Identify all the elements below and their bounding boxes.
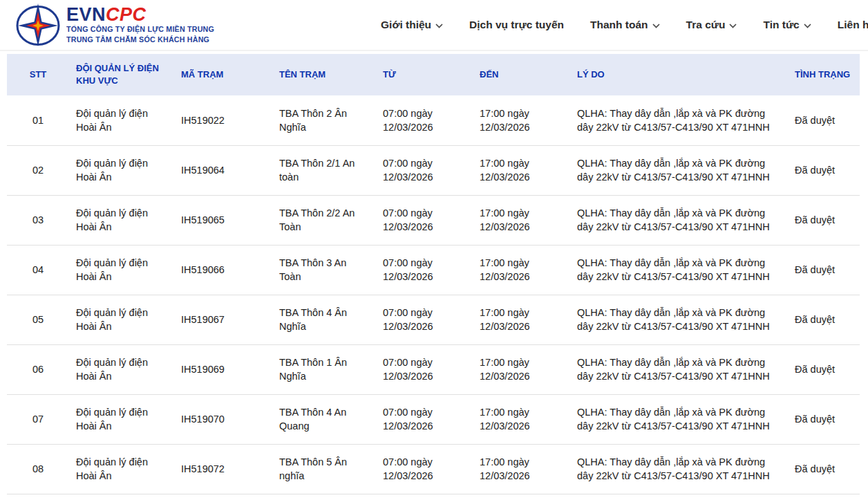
table-row: 07 Đội quản lý điện Hoài Ân IH519070 TBA… xyxy=(7,394,860,444)
cell-tinh-trang: Đã duyệt xyxy=(788,444,860,494)
chevron-down-icon xyxy=(804,24,811,28)
brand-evn: EVN xyxy=(66,4,106,25)
table-row: 08 Đội quản lý điện Hoài Ân IH519072 TBA… xyxy=(7,444,860,494)
cell-stt: 06 xyxy=(7,344,69,394)
cell-ma-tram: IH519022 xyxy=(174,95,272,145)
cell-tinh-trang: Đã duyệt xyxy=(788,95,860,145)
cell-ten-tram: TBA Thôn 1 Ân Nghĩa xyxy=(272,344,376,394)
cell-ten-tram: TBA Thôn 2/1 An toàn xyxy=(272,145,376,195)
main-nav: Giới thiệu Dịch vụ trực tuyến Thanh toán… xyxy=(381,19,868,31)
cell-ma-tram: IH519067 xyxy=(174,295,272,344)
table-row: 04 Đội quản lý điện Hoài Ân IH519066 TBA… xyxy=(7,245,860,295)
cell-den: 17:00 ngày 12/03/2026 xyxy=(473,195,570,245)
cell-tinh-trang: Đã duyệt xyxy=(788,145,860,195)
logo-subtitle-line1: TỔNG CÔNG TY ĐIỆN LỰC MIỀN TRUNG xyxy=(66,24,214,35)
evncpc-logo[interactable]: EVNCPC TỔNG CÔNG TY ĐIỆN LỰC MIỀN TRUNG … xyxy=(15,3,214,46)
nav-label: Liên hệ xyxy=(838,19,868,31)
nav-item-tin-tuc[interactable]: Tin tức xyxy=(763,19,811,31)
cell-den: 17:00 ngày 12/03/2026 xyxy=(473,444,570,494)
table-row: 05 Đội quản lý điện Hoài Ân IH519067 TBA… xyxy=(7,295,860,344)
column-header-tinh-trang: TÌNH TRẠNG xyxy=(788,54,860,95)
nav-item-lien-he[interactable]: Liên hệ xyxy=(838,19,868,31)
brand-cpc: CPC xyxy=(106,4,147,25)
outage-table-container: STT ĐỘI QUẢN LÝ ĐIỆN KHU VỰC MÃ TRẠM TÊN… xyxy=(7,54,860,494)
cell-stt: 07 xyxy=(7,394,69,444)
cell-ma-tram: IH519064 xyxy=(174,145,272,195)
column-header-tu: TỪ xyxy=(376,54,473,95)
cell-doi: Đội quản lý điện Hoài Ân xyxy=(69,344,174,394)
nav-item-tra-cuu[interactable]: Tra cứu xyxy=(686,19,737,31)
cell-tinh-trang: Đã duyệt xyxy=(788,195,860,245)
cell-tu: 07:00 ngày 12/03/2026 xyxy=(376,444,473,494)
cell-tu: 07:00 ngày 12/03/2026 xyxy=(376,245,473,295)
cell-tu: 07:00 ngày 12/03/2026 xyxy=(376,95,473,145)
cell-stt: 08 xyxy=(7,444,69,494)
cell-ma-tram: IH519070 xyxy=(174,394,272,444)
table-row: 03 Đội quản lý điện Hoài Ân IH519065 TBA… xyxy=(7,195,860,245)
table-row: 02 Đội quản lý điện Hoài Ân IH519064 TBA… xyxy=(7,145,860,195)
cell-tu: 07:00 ngày 12/03/2026 xyxy=(376,145,473,195)
cell-doi: Đội quản lý điện Hoài Ân xyxy=(69,295,174,344)
cell-ten-tram: TBA Thôn 4 Ân Nghĩa xyxy=(272,295,376,344)
cell-tinh-trang: Đã duyệt xyxy=(788,245,860,295)
cell-tu: 07:00 ngày 12/03/2026 xyxy=(376,295,473,344)
cell-ly-do: QLHA: Thay dây dẫn ,lắp xà và PK đường d… xyxy=(570,344,788,394)
logo-subtitle-line2: TRUNG TÂM CHĂM SÓC KHÁCH HÀNG xyxy=(66,35,214,45)
cell-ly-do: QLHA: Thay dây dẫn ,lắp xà và PK đường d… xyxy=(570,295,788,344)
cell-ma-tram: IH519066 xyxy=(174,245,272,295)
column-header-ly-do: LÝ DO xyxy=(570,54,788,95)
cell-tu: 07:00 ngày 12/03/2026 xyxy=(376,195,473,245)
cell-ly-do: QLHA: Thay dây dẫn ,lắp xà và PK đường d… xyxy=(570,145,788,195)
cell-doi: Đội quản lý điện Hoài Ân xyxy=(69,444,174,494)
nav-label: Thanh toán xyxy=(590,19,648,31)
column-header-den: ĐẾN xyxy=(473,54,570,95)
nav-item-dich-vu-truc-tuyen[interactable]: Dịch vụ trực tuyến xyxy=(469,19,564,31)
cell-ma-tram: IH519072 xyxy=(174,444,272,494)
chevron-down-icon xyxy=(729,24,737,28)
nav-label: Tin tức xyxy=(763,19,799,31)
chevron-down-icon xyxy=(652,24,660,28)
nav-item-thanh-toan[interactable]: Thanh toán xyxy=(590,19,660,31)
nav-label: Tra cứu xyxy=(686,19,726,31)
cell-tu: 07:00 ngày 12/03/2026 xyxy=(376,394,473,444)
cell-den: 17:00 ngày 12/03/2026 xyxy=(473,95,570,145)
column-header-stt: STT xyxy=(7,54,69,95)
cell-den: 17:00 ngày 12/03/2026 xyxy=(473,344,570,394)
cell-doi: Đội quản lý điện Hoài Ân xyxy=(69,145,174,195)
nav-label: Dịch vụ trực tuyến xyxy=(469,19,564,31)
cell-ly-do: QLHA: Thay dây dẫn ,lắp xà và PK đường d… xyxy=(570,245,788,295)
cell-ten-tram: TBA Thôn 2/2 An Toàn xyxy=(272,195,376,245)
brand-name: EVNCPC xyxy=(66,5,214,24)
nav-item-gioi-thieu[interactable]: Giới thiệu xyxy=(381,19,443,31)
cell-tinh-trang: Đã duyệt xyxy=(788,295,860,344)
table-header: STT ĐỘI QUẢN LÝ ĐIỆN KHU VỰC MÃ TRẠM TÊN… xyxy=(7,54,860,95)
cell-doi: Đội quản lý điện Hoài Ân xyxy=(69,245,174,295)
cell-ma-tram: IH519065 xyxy=(174,195,272,245)
cell-ten-tram: TBA Thôn 2 Ân Nghĩa xyxy=(272,95,376,145)
cell-stt: 03 xyxy=(7,195,69,245)
cell-stt: 04 xyxy=(7,245,69,295)
cell-tu: 07:00 ngày 12/03/2026 xyxy=(376,344,473,394)
cell-den: 17:00 ngày 12/03/2026 xyxy=(473,394,570,444)
cell-ly-do: QLHA: Thay dây dẫn ,lắp xà và PK đường d… xyxy=(570,95,788,145)
logo-text: EVNCPC TỔNG CÔNG TY ĐIỆN LỰC MIỀN TRUNG … xyxy=(66,5,214,45)
table-row: 06 Đội quản lý điện Hoài Ân IH519069 TBA… xyxy=(7,344,860,394)
cell-doi: Đội quản lý điện Hoài Ân xyxy=(69,195,174,245)
cell-tinh-trang: Đã duyệt xyxy=(788,394,860,444)
evn-star-logo-icon xyxy=(15,3,61,46)
outage-table: STT ĐỘI QUẢN LÝ ĐIỆN KHU VỰC MÃ TRẠM TÊN… xyxy=(7,54,860,494)
cell-doi: Đội quản lý điện Hoài Ân xyxy=(69,394,174,444)
cell-stt: 01 xyxy=(7,95,69,145)
chevron-down-icon xyxy=(435,24,443,28)
column-header-ma-tram: MÃ TRẠM xyxy=(174,54,272,95)
cell-stt: 02 xyxy=(7,145,69,195)
cell-ma-tram: IH519069 xyxy=(174,344,272,394)
column-header-ten-tram: TÊN TRẠM xyxy=(272,54,376,95)
cell-ly-do: QLHA: Thay dây dẫn ,lắp xà và PK đường d… xyxy=(570,394,788,444)
nav-label: Giới thiệu xyxy=(381,19,431,31)
cell-ten-tram: TBA Thôn 3 An Toàn xyxy=(272,245,376,295)
cell-den: 17:00 ngày 12/03/2026 xyxy=(473,245,570,295)
cell-tinh-trang: Đã duyệt xyxy=(788,344,860,394)
cell-stt: 05 xyxy=(7,295,69,344)
cell-ly-do: QLHA: Thay dây dẫn ,lắp xà và PK đường d… xyxy=(570,195,788,245)
